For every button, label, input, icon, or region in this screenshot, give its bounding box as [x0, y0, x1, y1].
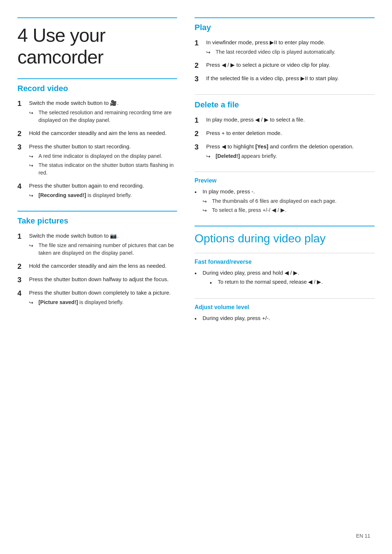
chapter-header: 4Use yourcamcorder: [17, 17, 177, 68]
step-content: Press the shutter button to start record…: [29, 143, 177, 178]
step-content: Hold the camcorder steadily and aim the …: [29, 129, 177, 137]
step-text: In play mode, press ◀ / ▶ to select a fi…: [206, 116, 305, 123]
preview-bullet-1: • In play mode, press -. ↪ The thumbnail…: [195, 188, 375, 216]
options-video-section: Options during video play Fast forward/r…: [195, 226, 375, 323]
step-text: Press the shutter button again to end re…: [29, 182, 144, 189]
step-text: In viewfinder mode, press ▶II to enter p…: [206, 39, 325, 45]
record-video-divider: [17, 78, 177, 79]
step-content: If the selected file is a video clip, pr…: [206, 74, 375, 82]
step-text: Press ◀ to highlight [Yes] and confirm t…: [206, 143, 354, 149]
sub-bullet: ↪ To select a file, press +/-/ ◀ / ▶.: [203, 206, 336, 214]
page-layout: 4Use yourcamcorder Record video 1 Switch…: [17, 17, 375, 333]
picture-step-4: 4 Press the shutter button down complete…: [17, 289, 177, 308]
sub-bullet-text: The thumbnails of 6 files are displayed …: [212, 197, 336, 205]
step-subbullets: ↪ [Recording saved!] is displayed briefl…: [29, 192, 177, 199]
bullet-text: During video play, press +/-.: [203, 315, 270, 321]
play-list: 1 In viewfinder mode, press ▶II to enter…: [195, 38, 375, 84]
step-content: Press the shutter button down completely…: [29, 289, 177, 308]
adjust-volume-bullet: • During video play, press +/-.: [195, 314, 375, 323]
bullet-content: During video play, press and hold ◀ / ▶.…: [203, 269, 323, 288]
step-num: 2: [17, 261, 25, 272]
record-video-section: Record video 1 Switch the mode switch bu…: [17, 78, 177, 201]
sub-bullet-text: To return to the normal speed, release ◀…: [218, 278, 323, 286]
step-text: If the selected file is a video clip, pr…: [206, 75, 339, 81]
step-text: Hold the camcorder steadily and aim the …: [29, 263, 167, 269]
arrow-icon: ↪: [29, 242, 36, 249]
play-title: Play: [195, 22, 375, 33]
step-content: Press + to enter deletion mode.: [206, 129, 375, 137]
delete-list: 1 In play mode, press ◀ / ▶ to select a …: [195, 116, 375, 161]
step-num: 4: [17, 288, 25, 299]
record-step-4: 4 Press the shutter button again to end …: [17, 182, 177, 201]
fast-forward-bullet: • During video play, press and hold ◀ / …: [195, 269, 375, 288]
take-pictures-divider: [17, 211, 177, 212]
step-text: Switch the mode switch button to 🎥.: [29, 100, 119, 106]
fast-forward-divider: [195, 253, 375, 253]
sub-bullet-text: The last recorded video clip is played a…: [216, 48, 335, 56]
sub-bullet-text: To select a file, press +/-/ ◀ / ▶.: [212, 206, 286, 214]
step-text: Press ◀ / ▶ to select a picture or video…: [206, 62, 330, 68]
bullet-content: In play mode, press -. ↪ The thumbnails …: [203, 188, 336, 216]
chapter-title: 4Use yourcamcorder: [17, 25, 177, 68]
take-pictures-title: Take pictures: [17, 215, 177, 227]
record-step-2: 2 Hold the camcorder steadily and aim th…: [17, 129, 177, 139]
step-num: 1: [195, 115, 203, 126]
step-num: 1: [17, 98, 25, 109]
sub-bullet: ↪ [Deleted!] appears briefly.: [206, 152, 375, 160]
play-step-3: 3 If the selected file is a video clip, …: [195, 74, 375, 84]
step-num: 2: [195, 60, 203, 71]
step-text: Press + to enter deletion mode.: [206, 130, 282, 136]
chapter-num: 4: [17, 25, 28, 46]
step-num: 3: [17, 275, 25, 285]
sub-bullet-icon: •: [210, 279, 215, 287]
step-subbullets: ↪ The file size and remaining number of …: [29, 242, 177, 257]
footer-text: EN 11: [356, 533, 370, 539]
delete-section: Delete a file 1 In play mode, press ◀ / …: [195, 94, 375, 161]
step-subbullets: ↪ The last recorded video clip is played…: [206, 48, 375, 56]
arrow-icon: ↪: [206, 153, 213, 160]
step-content: Switch the mode switch button to 📷. ↪ Th…: [29, 232, 177, 258]
sub-bullet-text: [Picture saved!] is displayed briefly.: [38, 299, 123, 306]
play-section: Play 1 In viewfinder mode, press ▶II to …: [195, 17, 375, 84]
take-pictures-list: 1 Switch the mode switch button to 📷. ↪ …: [17, 232, 177, 308]
fast-forward-title: Fast forward/reverse: [195, 258, 375, 266]
delete-step-3: 3 Press ◀ to highlight [Yes] and confirm…: [195, 143, 375, 161]
step-num: 2: [17, 128, 25, 139]
step-subbullets: ↪ A red time indicator is displayed on t…: [29, 152, 177, 177]
arrow-icon: ↪: [203, 198, 209, 205]
step-content: In play mode, press ◀ / ▶ to select a fi…: [206, 116, 375, 124]
arrow-icon: ↪: [206, 49, 213, 56]
play-step-2: 2 Press ◀ / ▶ to select a picture or vid…: [195, 61, 375, 71]
sub-bullet: ↪ [Picture saved!] is displayed briefly.: [29, 299, 177, 306]
sub-bullet-text: The selected resolution and remaining re…: [38, 109, 177, 124]
step-num: 3: [17, 142, 25, 152]
step-subbullets: ↪ The selected resolution and remaining …: [29, 109, 177, 124]
preview-section: Preview • In play mode, press -. ↪ The t…: [195, 172, 375, 216]
preview-title: Preview: [195, 176, 375, 185]
arrow-icon: ↪: [29, 153, 36, 160]
step-text: Switch the mode switch button to 📷.: [29, 233, 119, 239]
picture-step-1: 1 Switch the mode switch button to 📷. ↪ …: [17, 232, 177, 258]
sub-bullet: ↪ The selected resolution and remaining …: [29, 109, 177, 124]
options-divider-top: [195, 226, 375, 226]
sub-bullet: ↪ The thumbnails of 6 files are displaye…: [203, 197, 336, 205]
step-content: Switch the mode switch button to 🎥. ↪ Th…: [29, 99, 177, 126]
bullet-icon: •: [195, 315, 200, 323]
left-column: 4Use yourcamcorder Record video 1 Switch…: [17, 17, 177, 333]
options-video-title: Options during video play: [195, 230, 375, 247]
arrow-icon: ↪: [203, 207, 209, 214]
step-text: Press the shutter button to start record…: [29, 143, 131, 149]
bullet-icon: •: [195, 269, 200, 278]
delete-step-1: 1 In play mode, press ◀ / ▶ to select a …: [195, 116, 375, 126]
adjust-volume-divider: [195, 298, 375, 299]
preview-list: • In play mode, press -. ↪ The thumbnail…: [195, 188, 375, 216]
picture-step-3: 3 Press the shutter button down halfway …: [17, 275, 177, 285]
record-step-1: 1 Switch the mode switch button to 🎥. ↪ …: [17, 99, 177, 126]
sub-bullet: • To return to the normal speed, release…: [210, 278, 323, 287]
record-video-list: 1 Switch the mode switch button to 🎥. ↪ …: [17, 99, 177, 201]
step-content: Press ◀ / ▶ to select a picture or video…: [206, 61, 375, 69]
sub-bullet: ↪ The file size and remaining number of …: [29, 242, 177, 257]
step-num: 1: [17, 231, 25, 242]
chapter-title-text: Use yourcamcorder: [17, 25, 105, 67]
step-text: Press the shutter button down halfway to…: [29, 276, 168, 282]
